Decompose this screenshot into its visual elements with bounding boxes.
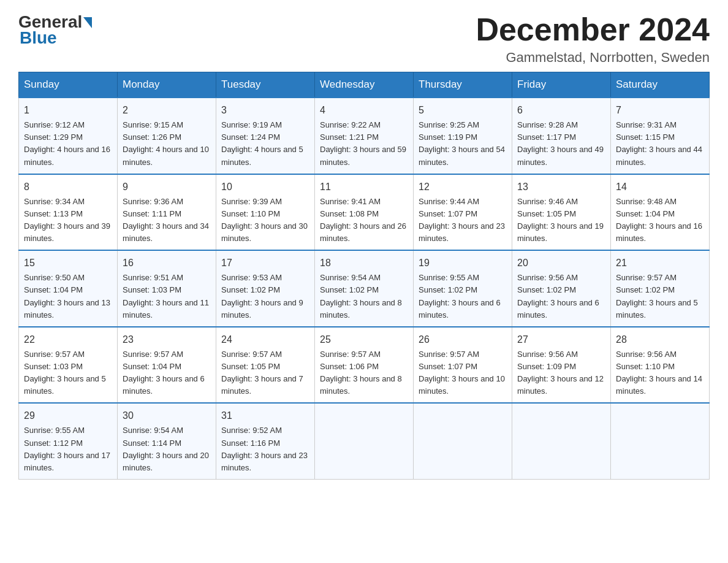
day-number: 15 <box>24 256 112 270</box>
calendar-cell: 6 Sunrise: 9:28 AMSunset: 1:17 PMDayligh… <box>512 98 611 174</box>
day-info: Sunrise: 9:57 AMSunset: 1:05 PMDaylight:… <box>221 350 303 396</box>
day-number: 1 <box>24 103 112 118</box>
calendar-cell: 2 Sunrise: 9:15 AMSunset: 1:26 PMDayligh… <box>118 98 216 174</box>
calendar-cell: 9 Sunrise: 9:36 AMSunset: 1:11 PMDayligh… <box>118 174 216 251</box>
weekday-header-sunday: Sunday <box>19 72 118 98</box>
calendar-table: SundayMondayTuesdayWednesdayThursdayFrid… <box>18 72 710 480</box>
day-info: Sunrise: 9:48 AMSunset: 1:04 PMDaylight:… <box>616 197 702 243</box>
day-info: Sunrise: 9:52 AMSunset: 1:16 PMDaylight:… <box>221 426 308 472</box>
day-number: 9 <box>123 180 211 194</box>
day-info: Sunrise: 9:55 AMSunset: 1:02 PMDaylight:… <box>419 273 501 319</box>
day-info: Sunrise: 9:57 AMSunset: 1:04 PMDaylight:… <box>123 350 205 396</box>
day-number: 28 <box>616 332 704 347</box>
day-number: 6 <box>517 103 605 118</box>
day-number: 11 <box>320 180 408 194</box>
day-number: 7 <box>616 103 704 118</box>
day-number: 23 <box>123 332 211 347</box>
day-number: 20 <box>517 256 605 270</box>
calendar-cell: 30 Sunrise: 9:54 AMSunset: 1:14 PMDaylig… <box>118 403 216 479</box>
day-info: Sunrise: 9:57 AMSunset: 1:07 PMDaylight:… <box>419 350 505 396</box>
day-number: 21 <box>616 256 704 270</box>
day-info: Sunrise: 9:56 AMSunset: 1:02 PMDaylight:… <box>517 273 599 319</box>
calendar-cell: 10 Sunrise: 9:39 AMSunset: 1:10 PMDaylig… <box>216 174 315 251</box>
day-number: 29 <box>24 408 112 423</box>
day-number: 8 <box>24 180 112 194</box>
calendar-cell <box>414 403 512 479</box>
calendar-cell: 23 Sunrise: 9:57 AMSunset: 1:04 PMDaylig… <box>118 327 216 404</box>
calendar-cell: 31 Sunrise: 9:52 AMSunset: 1:16 PMDaylig… <box>216 403 315 479</box>
calendar-cell: 15 Sunrise: 9:50 AMSunset: 1:04 PMDaylig… <box>19 250 118 327</box>
calendar-cell: 25 Sunrise: 9:57 AMSunset: 1:06 PMDaylig… <box>315 327 414 404</box>
day-number: 12 <box>419 180 507 194</box>
day-info: Sunrise: 9:15 AMSunset: 1:26 PMDaylight:… <box>123 120 209 166</box>
day-info: Sunrise: 9:57 AMSunset: 1:02 PMDaylight:… <box>616 273 698 319</box>
day-info: Sunrise: 9:39 AMSunset: 1:10 PMDaylight:… <box>221 197 308 243</box>
day-number: 2 <box>123 103 211 118</box>
calendar-cell: 4 Sunrise: 9:22 AMSunset: 1:21 PMDayligh… <box>315 98 414 174</box>
week-row-5: 29 Sunrise: 9:55 AMSunset: 1:12 PMDaylig… <box>19 403 710 479</box>
logo-arrow-icon <box>83 17 92 28</box>
day-info: Sunrise: 9:57 AMSunset: 1:03 PMDaylight:… <box>24 350 106 396</box>
day-number: 13 <box>517 180 605 194</box>
calendar-cell <box>315 403 414 479</box>
day-info: Sunrise: 9:36 AMSunset: 1:11 PMDaylight:… <box>123 197 209 243</box>
day-info: Sunrise: 9:19 AMSunset: 1:24 PMDaylight:… <box>221 120 303 166</box>
calendar-cell: 29 Sunrise: 9:55 AMSunset: 1:12 PMDaylig… <box>19 403 118 479</box>
calendar-cell: 16 Sunrise: 9:51 AMSunset: 1:03 PMDaylig… <box>118 250 216 327</box>
day-number: 31 <box>221 408 309 423</box>
calendar-cell: 21 Sunrise: 9:57 AMSunset: 1:02 PMDaylig… <box>611 250 710 327</box>
calendar-cell: 26 Sunrise: 9:57 AMSunset: 1:07 PMDaylig… <box>414 327 512 404</box>
calendar-cell: 24 Sunrise: 9:57 AMSunset: 1:05 PMDaylig… <box>216 327 315 404</box>
day-number: 30 <box>123 408 211 423</box>
calendar-cell: 13 Sunrise: 9:46 AMSunset: 1:05 PMDaylig… <box>512 174 611 251</box>
day-number: 19 <box>419 256 507 270</box>
day-info: Sunrise: 9:31 AMSunset: 1:15 PMDaylight:… <box>616 120 702 166</box>
day-info: Sunrise: 9:41 AMSunset: 1:08 PMDaylight:… <box>320 197 406 243</box>
week-row-1: 1 Sunrise: 9:12 AMSunset: 1:29 PMDayligh… <box>19 98 710 174</box>
calendar-cell: 18 Sunrise: 9:54 AMSunset: 1:02 PMDaylig… <box>315 250 414 327</box>
weekday-header-monday: Monday <box>118 72 216 98</box>
day-number: 14 <box>616 180 704 194</box>
calendar-cell <box>611 403 710 479</box>
calendar-cell: 7 Sunrise: 9:31 AMSunset: 1:15 PMDayligh… <box>611 98 710 174</box>
calendar-cell: 5 Sunrise: 9:25 AMSunset: 1:19 PMDayligh… <box>414 98 512 174</box>
day-info: Sunrise: 9:51 AMSunset: 1:03 PMDaylight:… <box>123 273 209 319</box>
day-info: Sunrise: 9:57 AMSunset: 1:06 PMDaylight:… <box>320 350 402 396</box>
day-number: 4 <box>320 103 408 118</box>
calendar-cell: 28 Sunrise: 9:56 AMSunset: 1:10 PMDaylig… <box>611 327 710 404</box>
day-info: Sunrise: 9:55 AMSunset: 1:12 PMDaylight:… <box>24 426 110 472</box>
location-title: Gammelstad, Norrbotten, Sweden <box>476 50 710 66</box>
day-number: 10 <box>221 180 309 194</box>
calendar-cell: 8 Sunrise: 9:34 AMSunset: 1:13 PMDayligh… <box>19 174 118 251</box>
calendar-cell: 27 Sunrise: 9:56 AMSunset: 1:09 PMDaylig… <box>512 327 611 404</box>
day-info: Sunrise: 9:12 AMSunset: 1:29 PMDaylight:… <box>24 120 110 166</box>
day-info: Sunrise: 9:28 AMSunset: 1:17 PMDaylight:… <box>517 120 604 166</box>
calendar-cell: 22 Sunrise: 9:57 AMSunset: 1:03 PMDaylig… <box>19 327 118 404</box>
calendar-cell: 11 Sunrise: 9:41 AMSunset: 1:08 PMDaylig… <box>315 174 414 251</box>
calendar-cell: 19 Sunrise: 9:55 AMSunset: 1:02 PMDaylig… <box>414 250 512 327</box>
day-info: Sunrise: 9:46 AMSunset: 1:05 PMDaylight:… <box>517 197 604 243</box>
day-number: 25 <box>320 332 408 347</box>
logo: General Blue <box>18 12 92 48</box>
day-number: 18 <box>320 256 408 270</box>
day-number: 27 <box>517 332 605 347</box>
weekday-header-tuesday: Tuesday <box>216 72 315 98</box>
day-number: 5 <box>419 103 507 118</box>
day-number: 3 <box>221 103 309 118</box>
week-row-2: 8 Sunrise: 9:34 AMSunset: 1:13 PMDayligh… <box>19 174 710 251</box>
weekday-header-thursday: Thursday <box>414 72 512 98</box>
month-title: December 2024 <box>476 12 710 47</box>
day-info: Sunrise: 9:34 AMSunset: 1:13 PMDaylight:… <box>24 197 110 243</box>
day-info: Sunrise: 9:50 AMSunset: 1:04 PMDaylight:… <box>24 273 110 319</box>
calendar-cell: 20 Sunrise: 9:56 AMSunset: 1:02 PMDaylig… <box>512 250 611 327</box>
day-info: Sunrise: 9:56 AMSunset: 1:09 PMDaylight:… <box>517 350 604 396</box>
day-info: Sunrise: 9:25 AMSunset: 1:19 PMDaylight:… <box>419 120 505 166</box>
day-number: 16 <box>123 256 211 270</box>
week-row-4: 22 Sunrise: 9:57 AMSunset: 1:03 PMDaylig… <box>19 327 710 404</box>
weekday-header-row: SundayMondayTuesdayWednesdayThursdayFrid… <box>19 72 710 98</box>
calendar-cell: 14 Sunrise: 9:48 AMSunset: 1:04 PMDaylig… <box>611 174 710 251</box>
day-info: Sunrise: 9:53 AMSunset: 1:02 PMDaylight:… <box>221 273 303 319</box>
day-info: Sunrise: 9:56 AMSunset: 1:10 PMDaylight:… <box>616 350 702 396</box>
logo-blue: Blue <box>18 28 57 48</box>
calendar-cell: 12 Sunrise: 9:44 AMSunset: 1:07 PMDaylig… <box>414 174 512 251</box>
